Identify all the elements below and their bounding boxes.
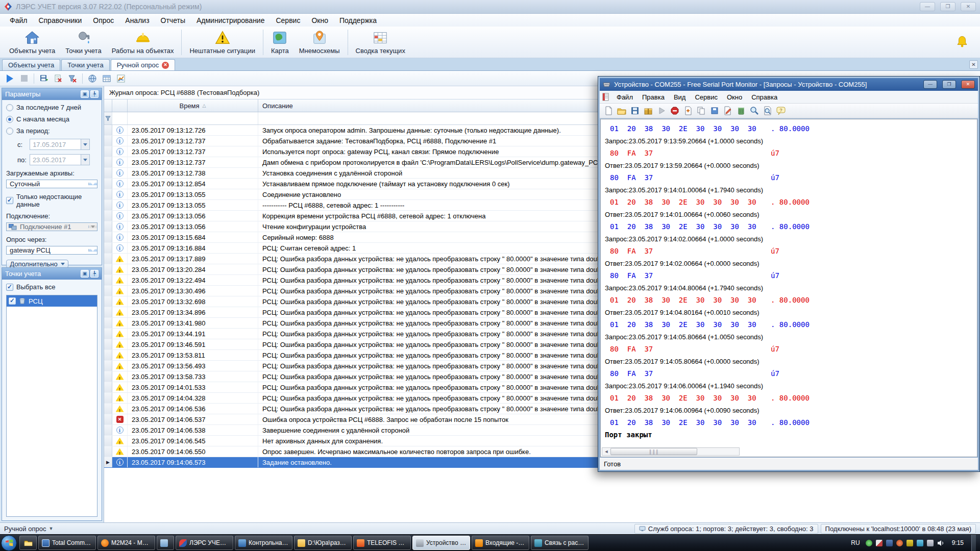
help-button[interactable]: ? [775, 105, 787, 116]
save-data-button[interactable] [37, 72, 51, 85]
point-item-rsc[interactable]: РСЦ [7, 295, 97, 307]
taskbar-clock[interactable]: 9:15 [948, 539, 968, 546]
connection-dropdown[interactable]: Подключение #1 [6, 222, 97, 231]
monitor-titlebar[interactable]: Устройство - COM255 - Free Serial Port M… [600, 78, 978, 91]
open-button[interactable] [616, 105, 627, 116]
new-session-button[interactable] [603, 105, 614, 116]
taskbar-app-button[interactable]: Связь с расходоме... [531, 536, 589, 550]
minimize-button[interactable]: — [920, 2, 935, 11]
menu-item[interactable]: Справочники [33, 15, 87, 26]
menu-item[interactable]: Окно [306, 15, 334, 26]
taskbar-app-button[interactable]: ЛЭРС УЧЕТ версия ... [176, 536, 233, 550]
taskbar-app-button[interactable]: TELEOFIS M2M24 G... [353, 536, 411, 550]
close-button[interactable]: ✕ [961, 2, 976, 11]
filter-icon[interactable] [105, 116, 111, 121]
tabstrip-close-button[interactable]: ✕ [969, 60, 978, 69]
map-button[interactable]: Карта [266, 29, 294, 56]
tab-objects[interactable]: Объекты учета [2, 59, 60, 70]
menu-item[interactable]: Файл [612, 92, 638, 103]
menu-item[interactable]: Анализ [119, 15, 155, 26]
delete-button[interactable] [736, 105, 747, 116]
emergency-button[interactable]: Нештатные ситуации [184, 29, 260, 56]
save-selection-button[interactable] [709, 105, 720, 116]
horizontal-scrollbar[interactable]: ◄ ║║║ [602, 447, 740, 456]
tray-shield-icon[interactable] [876, 540, 883, 546]
scrollbar-thumb[interactable]: ║║║ [610, 448, 697, 455]
radio-period[interactable]: За период: [6, 127, 97, 135]
clear-button[interactable] [682, 105, 694, 116]
taskbar-app-button[interactable]: Устройство - COM... [412, 536, 470, 550]
monitor-log-content[interactable]: 01 20 38 30 2E 30 30 30 30 . 80.0000 Зап… [600, 119, 977, 457]
menu-item[interactable]: Сервис [690, 92, 722, 103]
start-poll-button[interactable] [3, 72, 16, 85]
status-mode-label[interactable]: Ручной опрос [4, 525, 46, 533]
works-button[interactable]: Работы на объектах [107, 29, 179, 56]
copy-button[interactable] [696, 105, 707, 116]
tray-app-yellow-icon[interactable] [906, 540, 913, 546]
edit-button[interactable] [722, 105, 733, 116]
tab-points[interactable]: Точки учета [61, 59, 109, 70]
stop-poll-button[interactable] [17, 72, 31, 85]
maximize-button[interactable]: ❐ [940, 2, 955, 11]
objects-button[interactable]: Объекты учета [4, 29, 60, 56]
menu-item[interactable]: Справка [747, 92, 782, 103]
volume-icon[interactable] [937, 540, 944, 546]
menu-item[interactable]: Поддержка [334, 15, 382, 26]
maximize-button[interactable]: ❐ [942, 80, 956, 89]
tray-app-blue-icon[interactable] [886, 540, 893, 546]
stop-monitor-button[interactable] [669, 105, 680, 116]
menu-item[interactable]: Сервис [270, 15, 306, 26]
object-card-button[interactable] [86, 72, 99, 85]
tray-app-orange-icon[interactable] [896, 540, 903, 546]
select-all-checkbox[interactable]: Выбрать все [6, 283, 97, 291]
tab-manual-poll[interactable]: Ручной опрос ✕ [111, 59, 175, 70]
panel-collapse-button[interactable]: ▣ [81, 270, 89, 278]
find-in-page-button[interactable] [762, 105, 773, 116]
show-desktop-button[interactable] [971, 535, 976, 551]
minimize-button[interactable]: — [923, 80, 937, 89]
menu-item[interactable]: Опрос [87, 15, 119, 26]
menu-item[interactable]: Файл [4, 15, 33, 26]
find-button[interactable] [749, 105, 760, 116]
panel-pin-button[interactable]: ╄ [90, 270, 99, 278]
tab-close-icon[interactable]: ✕ [162, 62, 169, 69]
menu-item[interactable]: Вид [669, 92, 691, 103]
tray-status-green-icon[interactable] [866, 540, 872, 546]
summary-button[interactable]: Сводка текущих [351, 29, 410, 56]
taskbar-app-button[interactable] [157, 536, 174, 550]
panel-pin-button[interactable]: ╄ [90, 90, 99, 98]
taskbar-app-button[interactable]: Входящие - yury@... [472, 536, 529, 550]
menu-item[interactable]: Правка [638, 92, 669, 103]
language-indicator[interactable]: RU [849, 539, 862, 546]
radio-last7days[interactable]: За последние 7 дней [6, 104, 97, 111]
panel-collapse-button[interactable]: ▣ [81, 90, 89, 98]
tray-app-teal-icon[interactable] [917, 540, 923, 546]
tray-app-gray-icon[interactable] [927, 540, 934, 546]
points-button[interactable]: Точки учета [60, 29, 106, 56]
export-button[interactable] [643, 105, 654, 116]
start-button[interactable] [1, 535, 17, 551]
date-from-field[interactable]: 17.05.2017 [30, 139, 90, 150]
only-missing-checkbox[interactable]: Только недостающие данные [6, 193, 97, 208]
chart-button[interactable] [114, 72, 128, 85]
taskbar-app-button[interactable]: M2M24 - Mozilla Fir... [97, 536, 155, 550]
mnemo-button[interactable]: Мнемосхемы [294, 29, 345, 56]
data-table-button[interactable] [100, 72, 113, 85]
start-monitor-button[interactable] [656, 105, 667, 116]
clear-filter-button[interactable] [66, 72, 79, 85]
poll-via-dropdown[interactable]: gateway РСЦ [6, 246, 97, 255]
menu-item[interactable]: Администрирование [191, 15, 271, 26]
filter-time-cell[interactable] [128, 112, 258, 124]
column-header-time[interactable]: Время△ [128, 99, 258, 112]
archives-dropdown[interactable]: Суточный [6, 180, 97, 188]
menu-item[interactable]: Отчеты [155, 15, 191, 26]
clear-export-button[interactable] [52, 72, 65, 85]
scroll-left-arrow-icon[interactable]: ◄ [602, 448, 610, 455]
menu-item[interactable]: Окно [722, 92, 747, 103]
radio-month-start[interactable]: С начала месяца [6, 115, 97, 123]
close-button[interactable]: ✕ [961, 80, 975, 89]
date-to-field[interactable]: 23.05.2017 [30, 154, 90, 165]
notifications-button[interactable] [955, 35, 969, 49]
explorer-button[interactable] [19, 536, 37, 550]
save-button[interactable] [629, 105, 641, 116]
